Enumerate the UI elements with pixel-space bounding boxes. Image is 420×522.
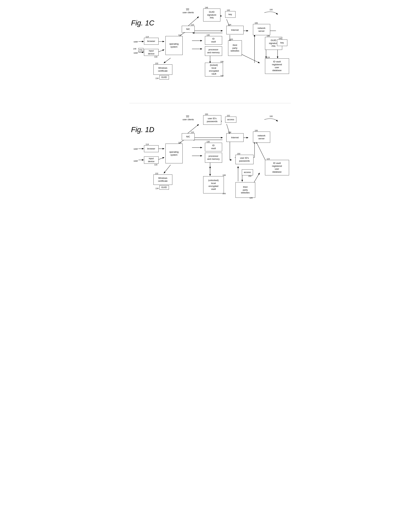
pin-box-1c: PIN [138, 48, 143, 52]
ref-148-1c: 148 [133, 48, 136, 50]
ref-146b-1c: 146 [267, 35, 270, 37]
ref-104-1d: 104 [228, 131, 231, 133]
key-top-1c: key [225, 11, 235, 18]
ref-134-1d: 134 [156, 187, 159, 190]
ref-100-1c: 100 [270, 8, 273, 11]
user-label-1d-2: user [134, 160, 138, 162]
input-device-1c: input device [144, 49, 159, 56]
processor-memory-1c: processor and memory [205, 46, 222, 56]
unlocked-vault-1d: (unlocked) local encrypted vault [203, 176, 224, 193]
input-device-1d: input device [144, 156, 159, 164]
ref-110-1d: 110 [191, 131, 194, 133]
user-label-1c-1: user [134, 40, 138, 43]
nic-box-1d: NIC [182, 133, 195, 140]
id-vault-registered-1d: ID vault registered user database [265, 160, 289, 175]
svg-line-9 [164, 58, 170, 63]
nic-box-1c: NIC [182, 26, 195, 33]
ref-110-1c: 110 [191, 24, 194, 26]
ref-112-1d: 112 [178, 142, 181, 144]
internet-box-1d: Internet [226, 133, 244, 142]
ref-108-1c: 108 [220, 61, 224, 63]
ref-152a-1d: 152 [227, 115, 230, 117]
id-vault-1c: ID vault [205, 36, 222, 45]
user-label-1d-1: user [134, 147, 138, 150]
ref-132-1d: 132 [155, 172, 158, 175]
third-party-1d: third party websites [235, 182, 255, 198]
ref-106-1c: 106 [255, 22, 258, 24]
ref-142a-1c: 142 [227, 9, 230, 11]
ref-152b-1d: 152 [248, 175, 251, 177]
ref-144-1c: 144 [220, 75, 224, 77]
fig1d-label: Fig. 1D [131, 126, 154, 134]
access-right-1d: access [242, 169, 253, 175]
user-ids-right-1d: user ID's passwords [235, 155, 254, 164]
ref-102-label-1d: user clients [183, 118, 194, 121]
ref-142b-1c: 142 [279, 38, 282, 39]
ref-130-1d: 130 [207, 141, 210, 143]
browser-1d: browser [144, 145, 159, 152]
ref-114-1d: 114 [146, 143, 149, 145]
ref-108-1d: 108 [223, 174, 226, 176]
windows-cert-1d: Windows certificate [153, 175, 172, 185]
ref-120-1c: 120 [230, 38, 233, 40]
fig1d-section: Fig. 1D 102 user clients 100 NIC 110 Int… [129, 108, 291, 211]
ref-134-1c: 134 [156, 77, 159, 79]
ref-132-1c: 132 [155, 62, 158, 64]
ref-150b-1d: 150 [237, 153, 240, 155]
ref-102-label: user clients [183, 11, 194, 14]
windows-cert-1c: Windows certificate [153, 64, 172, 75]
key-right-1c: key [277, 39, 287, 46]
user-label-1c-2: user [134, 52, 138, 54]
guid-cert-1c: GUID [159, 75, 169, 79]
diagram-container: Fig. 1C 102 user clients 100 NIC 110 Int… [129, 3, 291, 211]
id-vault-registered-1c: ID vault registered user database [265, 58, 289, 74]
ref-116-1c: 116 [154, 56, 158, 58]
ref-130-1c: 130 [207, 34, 210, 36]
ref-120-1d: 120 [250, 197, 253, 199]
ref-144-1d: 144 [223, 192, 226, 195]
svg-line-45 [256, 142, 266, 161]
ref-106-1d: 106 [255, 130, 258, 131]
access-top-1d: access [225, 117, 236, 123]
ref-112-1c: 112 [178, 34, 181, 36]
svg-line-33 [164, 165, 170, 173]
guid-cert-1d: GUID [159, 185, 169, 190]
ref-124-1c: 124 [267, 56, 270, 58]
network-server-1c: network server [253, 24, 270, 35]
internet-box-1c: Internet [226, 26, 244, 34]
network-server-1d: network server [253, 131, 270, 143]
ref-150a-1d: 150 [205, 113, 208, 115]
user-ids-top-1d: user ID's passwords [203, 115, 221, 125]
guid-sig-pin-top-1c: GUID signature PIN [203, 8, 220, 22]
operating-system-1c: operating system [165, 36, 183, 55]
third-party-1c: third party websites [228, 40, 242, 56]
ref-102-1d: 102 [186, 115, 189, 118]
ref-114-1c: 114 [146, 36, 149, 38]
ref-102: 102 [186, 8, 189, 11]
browser-1c: browser [144, 38, 159, 45]
ref-104-1c: 104 [228, 24, 231, 26]
fig1c-label: Fig. 1C [131, 19, 154, 27]
id-vault-1d: ID vault [205, 143, 222, 151]
ref-100-1d: 100 [270, 115, 273, 117]
locked-vault-1c: (locked) local encrypted vault [205, 63, 223, 77]
operating-system-1d: operating system [165, 144, 183, 163]
processor-memory-1d: processor and memory [205, 153, 222, 163]
ref-116-1d: 116 [154, 164, 158, 166]
fig1c-section: Fig. 1C 102 user clients 100 NIC 110 Int… [129, 3, 291, 93]
ref-146a-1c: 146 [205, 7, 208, 8]
ref-124-1d: 124 [267, 158, 270, 160]
